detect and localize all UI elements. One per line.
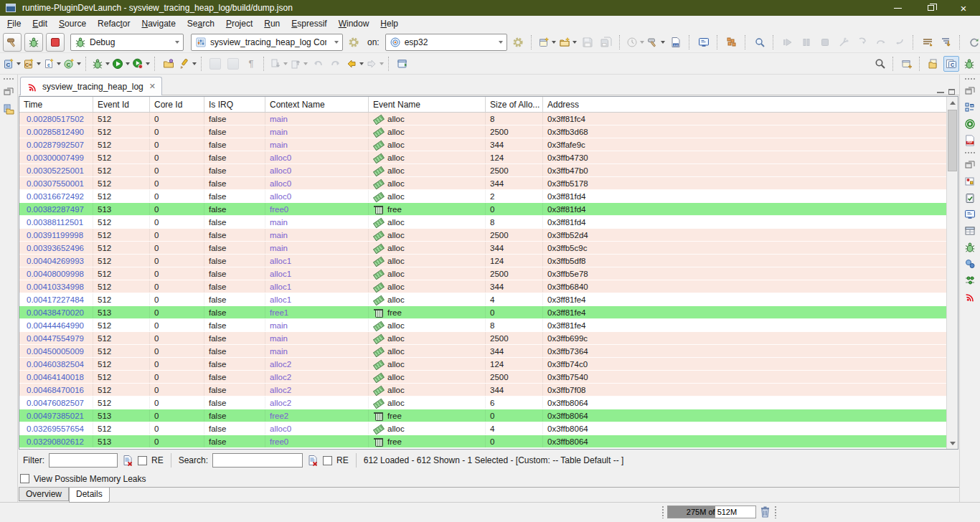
peripherals-icon[interactable]: [964, 258, 976, 270]
save-all-button[interactable]: [598, 34, 614, 51]
verify-button[interactable]: [752, 34, 768, 51]
table-row[interactable]: 0.004444649905120falsemainalloc80x3ff81f…: [19, 319, 958, 332]
table-row[interactable]: 0.002858124905120falsemainalloc25000x3ff…: [19, 125, 958, 138]
memory-usage-gauge[interactable]: 275M of 512M: [667, 506, 756, 518]
tab-close-icon[interactable]: ✕: [149, 82, 156, 91]
binary-file-button[interactable]: 010: [668, 34, 684, 51]
table-row[interactable]: 0.004475549795120falsemainalloc25000x3ff…: [19, 332, 958, 345]
table-row[interactable]: 0.004080099985120falsealloc1alloc25000x3…: [19, 267, 958, 280]
table-row[interactable]: 0.003822874975130falsefree0free00x3ff81f…: [19, 203, 958, 216]
search-re-checkbox[interactable]: [323, 456, 332, 465]
table-row[interactable]: 0.003075500015120falsealloc0alloc3440x3f…: [19, 177, 958, 190]
resume-button[interactable]: [780, 34, 796, 51]
debug-as-button[interactable]: [92, 58, 110, 70]
step-return-button[interactable]: [892, 34, 908, 51]
properties-icon[interactable]: [964, 225, 976, 237]
menu-refactor[interactable]: Refactor: [92, 16, 136, 31]
new-class-button[interactable]: C: [63, 58, 81, 70]
debug-view-icon[interactable]: [964, 242, 976, 253]
column-header-event-name[interactable]: Event Name: [369, 97, 486, 112]
table-row[interactable]: 0.032908026125130falsefree0free00x3ffb80…: [19, 435, 958, 448]
tasks-icon[interactable]: [964, 192, 976, 204]
menu-edit[interactable]: Edit: [27, 16, 53, 31]
sort-button[interactable]: [938, 34, 954, 51]
toggle-marker-button[interactable]: [179, 58, 197, 70]
table-row[interactable]: 0.004500050095120falsemainalloc3440x3ffb…: [19, 345, 958, 358]
outline-icon[interactable]: [964, 102, 976, 113]
table-row[interactable]: 0.003911999985120falsemainalloc25000x3ff…: [19, 229, 958, 242]
clear-search-icon[interactable]: [307, 455, 319, 466]
new-folder-wizard-button[interactable]: [559, 37, 577, 48]
forward-button[interactable]: [366, 58, 384, 70]
scroll-up-arrow[interactable]: [947, 97, 958, 108]
refresh-button[interactable]: [966, 34, 980, 51]
table-row[interactable]: 0.004172274845120falsealloc1alloc40x3ff8…: [19, 293, 958, 306]
table-row[interactable]: 0.003936524965120falsemainalloc3440x3ffb…: [19, 242, 958, 255]
garbage-collect-icon[interactable]: [759, 506, 771, 518]
maximize-view-icon[interactable]: [948, 89, 955, 95]
vertical-scrollbar[interactable]: [946, 97, 958, 449]
column-header-event-id[interactable]: Event Id: [93, 97, 150, 112]
column-header-context-name[interactable]: Context Name: [265, 97, 369, 112]
scroll-down-arrow[interactable]: [947, 437, 958, 449]
column-header-core-id[interactable]: Core Id: [150, 97, 204, 112]
filter-re-checkbox[interactable]: [138, 456, 147, 465]
table-row[interactable]: 0.004760825075120falsealloc2alloc60x3ffb…: [19, 397, 958, 409]
step-over-button[interactable]: [873, 34, 889, 51]
view-menu-button[interactable]: [920, 34, 936, 51]
table-row[interactable]: 0.004973850215130falsefree2free00x3ffb80…: [19, 409, 958, 422]
drag-grip[interactable]: [661, 506, 664, 518]
run-as-button[interactable]: [112, 58, 130, 70]
restore-view-icon[interactable]: [964, 85, 976, 97]
minimize-button[interactable]: [881, 0, 914, 16]
table-row[interactable]: 0.032695576545120falsealloc0alloc40x3ffb…: [19, 422, 958, 435]
debug-mode-combo[interactable]: Debug: [70, 34, 184, 51]
stop-button[interactable]: [817, 34, 833, 51]
next-annotation-button[interactable]: [270, 58, 288, 70]
table-row[interactable]: 0.004042699935120falsealloc1alloc1240x3f…: [19, 255, 958, 267]
restore-view-icon[interactable]: [964, 159, 976, 171]
table-row[interactable]: 0.003166724925120falsealloc0alloc20x3ff8…: [19, 190, 958, 203]
drag-grip[interactable]: [964, 77, 976, 80]
show-whitespace-button[interactable]: ¶: [243, 55, 259, 72]
back-button[interactable]: [346, 58, 364, 70]
close-button[interactable]: ×: [947, 0, 980, 16]
table-row[interactable]: 0.004103349985120falsealloc1alloc3440x3f…: [19, 280, 958, 293]
restore-view-icon[interactable]: [3, 86, 14, 98]
registers-icon[interactable]: [964, 275, 976, 286]
restore-button[interactable]: [914, 0, 947, 16]
new-cpp-wizard-button[interactable]: C+: [23, 58, 41, 70]
menu-espressif[interactable]: Espressif: [286, 16, 332, 31]
terminal-button[interactable]: [696, 34, 712, 51]
filter-input[interactable]: [49, 453, 118, 468]
disconnect-button[interactable]: [836, 34, 852, 51]
column-header-size-of-allo[interactable]: Size of Allo...: [486, 97, 543, 112]
device-grid-button[interactable]: [724, 34, 740, 51]
redo-button[interactable]: [328, 55, 344, 72]
launch-config-combo[interactable]: sysview_tracing_heap_log Configu: [191, 34, 343, 51]
profile-as-button[interactable]: [132, 58, 150, 70]
menu-search[interactable]: Search: [182, 16, 220, 31]
show-source-button[interactable]: [225, 55, 241, 72]
menu-file[interactable]: File: [1, 16, 27, 31]
drag-grip[interactable]: [774, 506, 777, 518]
coverage-icon[interactable]: [964, 118, 976, 130]
table-row[interactable]: 0.004603825045120falsealloc2alloc1240x3f…: [19, 358, 958, 371]
menu-window[interactable]: Window: [333, 16, 375, 31]
table-row[interactable]: 0.002879925075120falsemainalloc3440x3ffa…: [19, 138, 958, 151]
link-editor-button[interactable]: [207, 55, 223, 72]
edit-target-button[interactable]: [510, 34, 526, 51]
new-wizard-button[interactable]: [538, 37, 556, 48]
pdf-icon[interactable]: PDF: [964, 135, 976, 146]
table-row[interactable]: 0.003052250015120falsealloc0alloc25000x3…: [19, 164, 958, 177]
table-row[interactable]: 0.003000074995120falsealloc0alloc1240x3f…: [19, 151, 958, 164]
menu-source[interactable]: Source: [53, 16, 92, 31]
tab-overview[interactable]: Overview: [19, 488, 69, 501]
clear-filter-icon[interactable]: [122, 455, 133, 466]
tab-details[interactable]: Details: [69, 488, 110, 503]
espressif-view-icon[interactable]: [964, 291, 976, 303]
pin-editor-button[interactable]: [395, 55, 410, 72]
column-header-is-irq[interactable]: Is IRQ: [204, 97, 265, 112]
minimize-view-icon[interactable]: [937, 91, 944, 93]
open-element-button[interactable]: [161, 55, 176, 72]
